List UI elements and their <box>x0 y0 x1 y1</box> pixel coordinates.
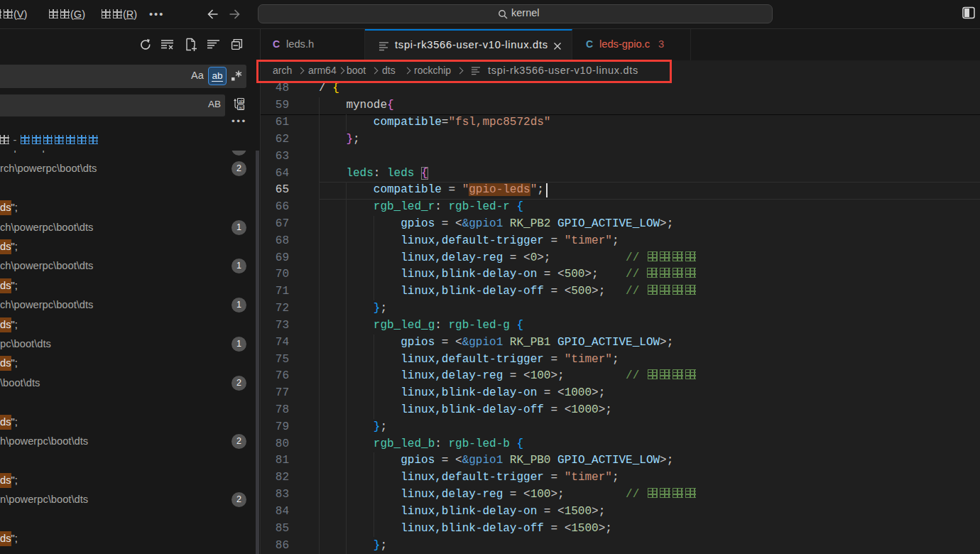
svg-text:ac: ac <box>239 105 244 110</box>
svg-text:ab: ab <box>239 99 244 104</box>
